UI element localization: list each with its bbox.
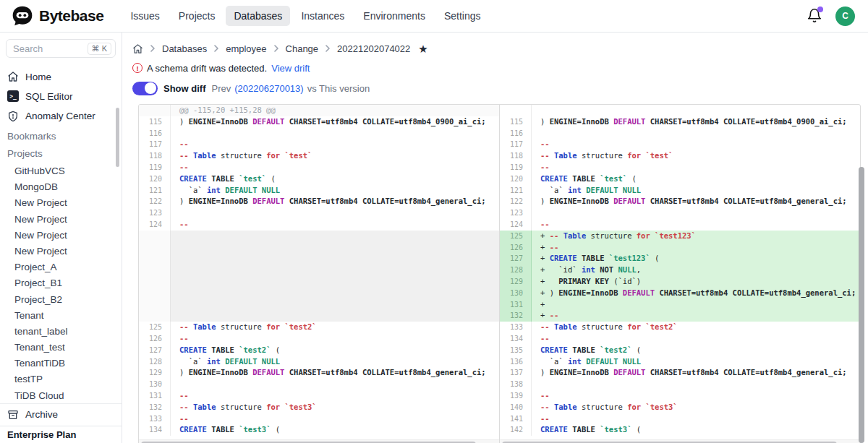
shield-icon	[7, 111, 19, 122]
chevron-right-icon	[273, 45, 280, 52]
prev-label: Prev	[212, 83, 231, 94]
diff-row: 122) ENGINE=InnoDB DEFAULT CHARSET=utf8m…	[500, 196, 860, 207]
sidebar-item-archive[interactable]: Archive	[0, 403, 122, 425]
notification-dot	[817, 7, 823, 12]
diff-row: 116	[139, 128, 499, 139]
diff-row-placeholder	[139, 264, 499, 276]
toggle-knob	[145, 82, 156, 94]
top-navigation: Bytebase IssuesProjectsDatabasesInstance…	[0, 0, 868, 33]
diff-row-placeholder	[139, 253, 499, 264]
diff-row-added: 129+ PRIMARY KEY (`id`)	[500, 276, 860, 288]
diff-row: 123	[500, 207, 860, 219]
sidebar-project-item[interactable]: Project_B1	[0, 275, 122, 291]
sidebar-section-projects[interactable]: Projects	[0, 145, 122, 163]
nav-item-environments[interactable]: Environments	[355, 6, 433, 26]
star-icon[interactable]: ★	[418, 43, 427, 54]
diff-row: 124--	[139, 219, 499, 231]
diff-row: 126--	[139, 333, 499, 345]
diff-row-added: 126+ --	[500, 242, 860, 254]
chevron-right-icon	[149, 45, 156, 52]
sidebar-item-home[interactable]: Home	[0, 66, 122, 86]
diff-pane-previous: @@ -115,20 +115,28 @@115) ENGINE=InnoDB …	[139, 105, 499, 443]
diff-row: 132-- Table structure for `test3`	[139, 402, 499, 413]
diff-row-placeholder	[139, 276, 499, 288]
diff-hunk-header: @@ -115,20 +115,28 @@	[139, 105, 499, 116]
sidebar-project-item[interactable]: Project_A	[0, 259, 122, 275]
diff-row: 123	[139, 207, 499, 219]
sidebar-project-item[interactable]: testTP	[0, 371, 122, 387]
diff-row: 127CREATE TABLE `test2` (	[139, 345, 499, 356]
sidebar-section-bookmarks[interactable]: Bookmarks	[0, 126, 122, 145]
schema-diff-viewer: @@ -115,20 +115,28 @@115) ENGINE=InnoDB …	[138, 104, 861, 443]
breadcrumb: DatabasesemployeeChange20221202074022★	[132, 40, 868, 56]
nav-item-settings[interactable]: Settings	[436, 6, 489, 26]
bytebase-logo[interactable]: Bytebase	[12, 5, 103, 27]
breadcrumb-item[interactable]: 20221202074022	[337, 43, 410, 54]
diff-row: 117--	[500, 139, 860, 150]
diff-row: 119--	[139, 162, 499, 173]
sidebar-project-item[interactable]: TiDB Cloud	[0, 387, 122, 403]
sidebar-project-item[interactable]: Tenant	[0, 307, 122, 323]
user-avatar[interactable]: C	[835, 7, 855, 26]
sidebar-project-item[interactable]: New Project	[0, 195, 122, 211]
sidebar: Search ⌘ K Home >_ SQL Editor Anomaly Ce…	[0, 33, 122, 443]
diff-row-added: 128+ `id` int NOT NULL,	[500, 264, 860, 276]
nav-item-projects[interactable]: Projects	[171, 6, 224, 26]
show-diff-toggle[interactable]	[132, 82, 158, 95]
brand-name: Bytebase	[39, 7, 103, 25]
sidebar-project-item[interactable]: tenant_label	[0, 323, 122, 339]
search-placeholder: Search	[13, 43, 43, 54]
diff-row-placeholder	[139, 310, 499, 322]
diff-toolbar: Show diff Prev (202206270013) vs This ve…	[132, 81, 868, 95]
vs-this-version-label: vs This version	[307, 83, 370, 94]
terminal-icon: >_	[7, 90, 19, 102]
diff-row: 118-- Table structure for `test`	[500, 150, 860, 162]
sidebar-project-item[interactable]: MongoDB	[0, 179, 122, 195]
diff-row: 129) ENGINE=InnoDB DEFAULT CHARSET=utf8m…	[139, 367, 499, 379]
breadcrumb-item[interactable]: Databases	[162, 43, 207, 54]
diff-row: 117--	[139, 139, 499, 150]
nav-item-instances[interactable]: Instances	[293, 6, 352, 26]
diff-row: 130	[139, 379, 499, 390]
sidebar-project-item[interactable]: GitHubVCS	[0, 163, 122, 179]
sidebar-project-item[interactable]: Tenant_test	[0, 340, 122, 356]
search-shortcut-badge: ⌘ K	[88, 43, 111, 55]
sidebar-project-item[interactable]: TenantTiDB	[0, 356, 122, 371]
sidebar-item-label: Archive	[25, 409, 58, 420]
sidebar-scrollbar[interactable]	[116, 108, 119, 167]
show-diff-label: Show diff	[163, 83, 206, 94]
diff-row-added: 131+	[500, 299, 860, 311]
nav-item-databases[interactable]: Databases	[226, 6, 290, 26]
diff-row-added: 130+ ) ENGINE=InnoDB DEFAULT CHARSET=utf…	[500, 288, 860, 299]
diff-row: 120CREATE TABLE `test` (	[500, 173, 860, 185]
sidebar-item-anomaly-center[interactable]: Anomaly Center	[0, 106, 122, 126]
diff-row: 138	[500, 379, 860, 390]
diff-row: 115) ENGINE=InnoDB DEFAULT CHARSET=utf8m…	[500, 116, 860, 128]
sidebar-project-item[interactable]: New Project	[0, 227, 122, 243]
diff-row: 125-- Table structure for `test2`	[139, 322, 499, 333]
sidebar-item-sql-editor[interactable]: >_ SQL Editor	[0, 87, 122, 106]
view-drift-link[interactable]: View drift	[271, 63, 310, 74]
prev-version-link[interactable]: (202206270013)	[234, 83, 303, 94]
horizontal-scrollbar-track	[139, 439, 499, 443]
breadcrumb-item[interactable]: Change	[286, 43, 319, 54]
sidebar-project-item[interactable]: Project_B2	[0, 291, 122, 307]
notification-bell-icon[interactable]	[807, 8, 822, 24]
archive-icon	[7, 409, 19, 421]
diff-row: 135CREATE TABLE `test2` (	[500, 345, 860, 356]
sidebar-project-item[interactable]: New Project	[0, 243, 122, 259]
sidebar-project-item[interactable]: New Project	[0, 211, 122, 227]
home-icon	[7, 71, 19, 82]
nav-right-controls: C	[807, 7, 855, 26]
diff-row-placeholder	[139, 231, 499, 242]
sidebar-item-label: Anomaly Center	[25, 111, 95, 121]
breadcrumb-item[interactable]: employee	[226, 43, 266, 54]
sidebar-project-list: GitHubVCSMongoDBNew ProjectNew ProjectNe…	[0, 163, 122, 403]
chevron-right-icon	[213, 45, 220, 52]
page-vertical-scrollbar[interactable]	[859, 167, 864, 443]
search-input[interactable]: Search ⌘ K	[6, 39, 116, 58]
chevron-right-icon	[324, 45, 331, 52]
breadcrumb-home-icon[interactable]	[132, 43, 143, 54]
main-nav-menu: IssuesProjectsDatabasesInstancesEnvironm…	[122, 6, 488, 26]
nav-item-issues[interactable]: Issues	[122, 6, 167, 26]
